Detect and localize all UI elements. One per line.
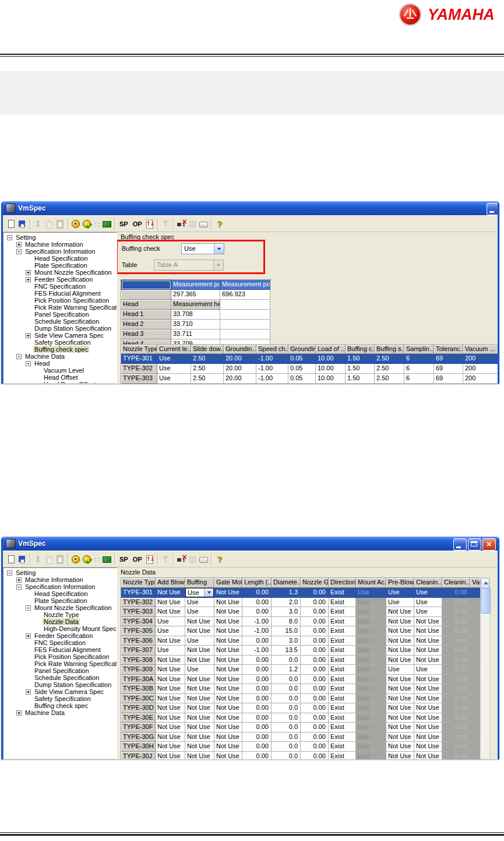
grid-cell[interactable]: Use — [386, 588, 414, 598]
grid-cell[interactable]: Use — [356, 694, 386, 704]
grid-cell[interactable]: Not Use — [156, 723, 185, 733]
grid-cell[interactable]: Not Use — [386, 723, 414, 733]
grid-cell[interactable]: Not Use — [386, 626, 414, 636]
tree-item-head-down-offset[interactable]: Head Down Offset — [3, 381, 117, 384]
grid-cell[interactable]: Not Use — [156, 742, 185, 752]
tree-item-nozzle-type[interactable]: Nozzle Type — [3, 611, 117, 618]
grid-cell[interactable]: Exist — [329, 665, 356, 675]
grid-cell[interactable] — [470, 665, 481, 675]
grid-cell[interactable]: Exist — [329, 742, 356, 752]
grid-cell[interactable] — [470, 675, 481, 685]
grid-cell[interactable]: 69 — [434, 374, 463, 384]
grid-cell[interactable] — [220, 339, 270, 344]
grid-cell[interactable]: 696.923 — [220, 290, 270, 300]
tree-item-mount-nozzle-specification[interactable]: +Mount Nozzle Specification — [3, 269, 117, 276]
grid-cell[interactable]: 0.00 — [301, 713, 329, 723]
row-header-cell[interactable]: TYPE-30H — [121, 742, 156, 752]
grid-cell[interactable]: Not Use — [414, 723, 442, 733]
grid-cell[interactable]: -1.00 — [242, 626, 272, 636]
grid-cell[interactable]: Exist — [329, 752, 356, 760]
unplug-icon[interactable] — [177, 555, 186, 564]
tree-item-machine-data[interactable]: -Machine Data — [3, 353, 117, 360]
grid-cell[interactable]: Not Use — [414, 703, 442, 713]
grid-cell[interactable]: Not Use — [214, 617, 242, 627]
grid-cell[interactable]: Not Use — [156, 665, 185, 675]
card-icon[interactable] — [199, 555, 209, 564]
grid-cell[interactable]: 33.708 — [171, 310, 220, 320]
tree-item-fes-fiducial-alignment[interactable]: FES Fiducial Alignment — [3, 646, 117, 653]
grid-cell[interactable] — [220, 300, 270, 310]
chevron-down-icon[interactable] — [204, 588, 213, 597]
grid-cell[interactable]: Use — [356, 588, 386, 598]
row-header-cell[interactable]: TYPE-305 — [121, 626, 156, 636]
grid-cell[interactable]: Exist — [329, 684, 356, 694]
grid-cell[interactable]: Exist — [329, 607, 356, 617]
row-header-cell[interactable]: TYPE-301 — [121, 588, 156, 598]
grid-cell[interactable]: Not Use — [386, 752, 414, 760]
grid-cell[interactable]: 0.0 — [272, 656, 301, 665]
board-icon[interactable] — [102, 219, 112, 229]
grid-cell[interactable]: 0.00 — [442, 598, 470, 608]
grid-cell[interactable]: 0.0 — [272, 675, 301, 685]
grid-cell[interactable]: Use — [157, 364, 191, 374]
grid-cell[interactable]: 6 — [404, 354, 434, 364]
row-header-cell[interactable]: TYPE-303 — [121, 607, 156, 617]
grid-cell[interactable]: Not Use — [214, 703, 242, 713]
grid-cell[interactable]: 1.50 — [346, 364, 375, 374]
grid-cell[interactable]: 0.00 — [301, 752, 329, 760]
tree-item-nozzle-data[interactable]: Nozzle Data — [3, 618, 117, 625]
grid-cell[interactable]: Exist — [329, 723, 356, 733]
grid-cell[interactable]: Use — [156, 626, 185, 636]
grid-cell[interactable]: Not Use — [386, 684, 414, 694]
grid-cell[interactable]: 1.2 — [272, 665, 301, 675]
grid-cell[interactable]: Not Use — [414, 617, 442, 627]
grid-cell[interactable]: 0.00 — [242, 742, 272, 752]
grid-cell[interactable]: Use — [157, 354, 191, 364]
row-header-cell[interactable]: TYPE-302 — [121, 598, 156, 608]
scroll-up-icon[interactable] — [481, 578, 489, 588]
grid-cell[interactable]: 0.00 — [301, 733, 329, 742]
grid-cell[interactable]: 20.00 — [224, 354, 256, 364]
grid-cell[interactable]: 0.0 — [272, 694, 301, 704]
tree-item-feeder-specification[interactable]: +Feeder Specification — [3, 632, 117, 639]
grid-cell[interactable]: 13.5 — [272, 646, 301, 656]
grid-cell[interactable]: Not Use — [214, 607, 242, 617]
grid-cell[interactable]: 33.710 — [171, 320, 220, 330]
tree-toggle-expand-icon[interactable]: + — [26, 277, 31, 282]
row-header-cell[interactable]: TYPE-301 — [121, 354, 157, 364]
grid-cell[interactable]: 8.0 — [272, 617, 301, 627]
grid-cell[interactable] — [470, 636, 481, 646]
tree-toggle-collapse-icon[interactable]: - — [16, 354, 22, 359]
grid-cell[interactable]: Not Use — [214, 742, 242, 752]
grid-cell[interactable]: 33.711 — [171, 330, 220, 339]
help-icon[interactable] — [214, 555, 224, 564]
grid-cell[interactable]: Exist — [329, 598, 356, 608]
tree-item-pick-rate-warning-specification[interactable]: Pick Rate Warning Specification — [3, 304, 117, 311]
grid-cell[interactable]: Not Use — [214, 665, 242, 675]
grid-cell[interactable]: -1.00 — [256, 364, 288, 374]
tree-item-plate-specification[interactable]: Plate Specification — [3, 262, 117, 269]
grid-cell[interactable] — [470, 752, 481, 760]
grid-cell[interactable]: Use — [414, 665, 442, 675]
op-button[interactable]: OP — [131, 556, 144, 563]
grid-cell[interactable]: Use — [356, 723, 386, 733]
grid-cell[interactable]: 0.00 — [442, 646, 470, 656]
grid-cell[interactable]: Use — [356, 617, 386, 627]
grid-cell[interactable]: 0.0 — [272, 752, 301, 760]
grid-cell[interactable]: Use — [356, 656, 386, 665]
grid-cell[interactable]: Not Use — [185, 742, 214, 752]
tree-item-plate-specification[interactable]: Plate Specification — [3, 597, 117, 604]
tree-toggle-collapse-icon[interactable]: - — [7, 235, 12, 240]
tree-item-schedule-specification[interactable]: Schedule Specification — [3, 318, 117, 325]
grid-cell[interactable]: Not Use — [214, 675, 242, 685]
grid-cell[interactable]: Not Use — [386, 617, 414, 627]
grid-cell[interactable]: Use — [185, 665, 214, 675]
grid-cell[interactable]: Not Use — [185, 646, 214, 656]
grid-cell[interactable]: 0.00 — [242, 588, 272, 598]
grid-cell[interactable]: 2.50 — [191, 364, 224, 374]
tree-item-head-offset[interactable]: Head Offset — [3, 374, 117, 381]
card-icon[interactable] — [199, 219, 209, 229]
grid-cell[interactable]: Use — [156, 646, 185, 656]
tree-item-fnc-specification[interactable]: FNC Specification — [3, 283, 117, 290]
grid-cell[interactable]: 0.00 — [442, 733, 470, 742]
